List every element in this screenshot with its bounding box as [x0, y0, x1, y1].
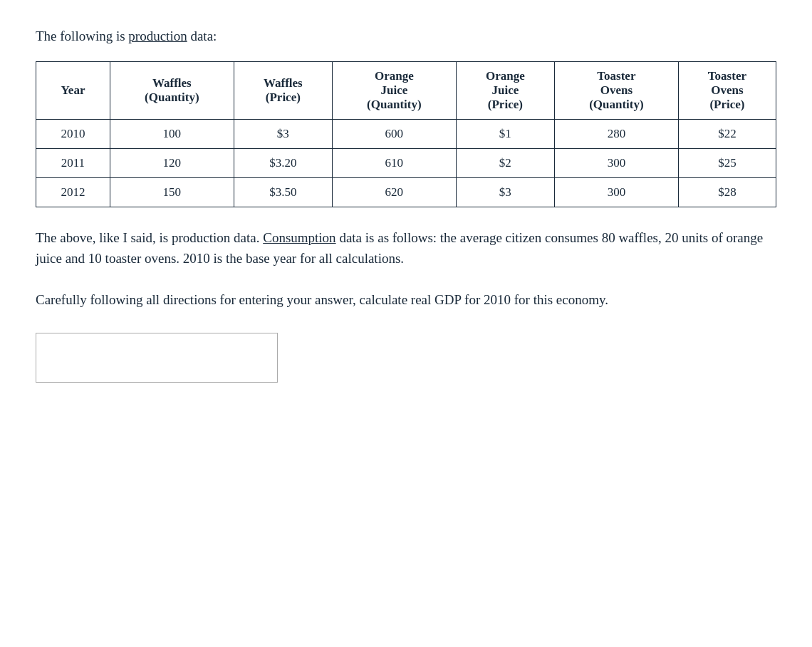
intro-text-after: data:	[187, 29, 217, 43]
intro-text-before: The following is	[36, 29, 128, 43]
table-cell-r0-c1: 100	[110, 120, 234, 149]
table-cell-r0-c0: 2010	[36, 120, 110, 149]
col-header-oj-price: OrangeJuice(Price)	[456, 62, 554, 120]
table-cell-r1-c4: $2	[456, 149, 554, 178]
table-row: 2011120$3.20610$2300$25	[36, 149, 776, 178]
table-cell-r2-c3: 620	[332, 178, 456, 207]
col-header-toaster-price: ToasterOvens(Price)	[678, 62, 776, 120]
table-cell-r0-c6: $22	[678, 120, 776, 149]
description-underline: Consumption	[263, 230, 335, 245]
production-table: Year Waffles(Quantity) Waffles(Price) Or…	[36, 61, 776, 207]
table-cell-r2-c2: $3.50	[234, 178, 332, 207]
table-row: 2012150$3.50620$3300$28	[36, 178, 776, 207]
question-paragraph: Carefully following all directions for e…	[36, 289, 776, 310]
table-header-row: Year Waffles(Quantity) Waffles(Price) Or…	[36, 62, 776, 120]
table-cell-r2-c1: 150	[110, 178, 234, 207]
description-text1: The above, like I said, is production da…	[36, 230, 263, 245]
table-cell-r1-c5: 300	[554, 149, 678, 178]
intro-paragraph: The following is production data:	[36, 29, 776, 44]
table-cell-r0-c5: 280	[554, 120, 678, 149]
table-cell-r2-c6: $28	[678, 178, 776, 207]
intro-underline: production	[128, 29, 187, 43]
table-cell-r2-c5: 300	[554, 178, 678, 207]
col-header-waffles-qty: Waffles(Quantity)	[110, 62, 234, 120]
table-cell-r0-c2: $3	[234, 120, 332, 149]
description-paragraph: The above, like I said, is production da…	[36, 227, 776, 269]
table-cell-r1-c0: 2011	[36, 149, 110, 178]
col-header-toaster-qty: ToasterOvens(Quantity)	[554, 62, 678, 120]
col-header-waffles-price: Waffles(Price)	[234, 62, 332, 120]
table-cell-r0-c4: $1	[456, 120, 554, 149]
table-cell-r2-c4: $3	[456, 178, 554, 207]
table-cell-r1-c3: 610	[332, 149, 456, 178]
table-cell-r1-c2: $3.20	[234, 149, 332, 178]
col-header-year: Year	[36, 62, 110, 120]
table-cell-r2-c0: 2012	[36, 178, 110, 207]
answer-input-box[interactable]	[36, 333, 278, 383]
table-cell-r0-c3: 600	[332, 120, 456, 149]
table-cell-r1-c6: $25	[678, 149, 776, 178]
table-cell-r1-c1: 120	[110, 149, 234, 178]
col-header-oj-qty: OrangeJuice(Quantity)	[332, 62, 456, 120]
table-row: 2010100$3600$1280$22	[36, 120, 776, 149]
question-text: Carefully following all directions for e…	[36, 292, 608, 307]
